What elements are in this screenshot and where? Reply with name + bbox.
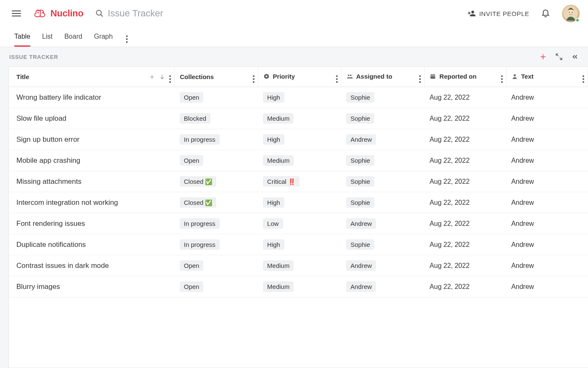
collapse-panel-button[interactable] [571, 53, 579, 61]
cell-collection: Open [175, 255, 258, 276]
views-more-button[interactable] [124, 29, 129, 45]
person-add-icon [467, 9, 476, 18]
cell-reported: Aug 22, 2022 [425, 87, 506, 108]
cell-collection: In progress [175, 129, 258, 150]
cell-assigned: Sophie [341, 87, 424, 108]
column-header-title[interactable]: Title [9, 67, 175, 87]
svg-point-4 [569, 12, 570, 13]
cell-title: Missing attachments [9, 171, 175, 192]
table-row[interactable]: Intercom integration not workingClosed✅H… [9, 192, 588, 213]
cell-collection-pill[interactable]: Open [180, 260, 204, 271]
table-row[interactable]: Slow file uploadBlockedMediumSophieAug 2… [9, 108, 588, 129]
table-row[interactable]: Mobile app crashingOpenMediumSophieAug 2… [9, 150, 588, 171]
table-row[interactable]: Duplicate notificationsIn progressHighSo… [9, 234, 588, 255]
menu-button[interactable] [12, 9, 21, 18]
dots-vertical-icon [126, 35, 128, 43]
cell-collection-pill[interactable]: In progress [180, 239, 220, 250]
column-header-collections[interactable]: Collections [175, 67, 258, 87]
cell-assigned-pill[interactable]: Sophie [346, 176, 374, 187]
cell-priority-pill[interactable]: High [263, 239, 284, 250]
collapse-fullscreen-button[interactable] [555, 53, 563, 61]
invite-people-button[interactable]: INVITE PEOPLE [467, 9, 529, 18]
view-tab-board[interactable]: Board [64, 28, 82, 47]
column-label: Text [521, 73, 534, 80]
table-row[interactable]: Sign up button errorIn progressHighAndre… [9, 129, 588, 150]
table-row[interactable]: Wrong battery life indicatorOpenHighSoph… [9, 87, 588, 108]
cell-priority-pill[interactable]: Critical‼️ [263, 176, 299, 187]
column-header-text[interactable]: Text [506, 67, 588, 87]
cell-collection-pill[interactable]: In progress [180, 218, 220, 229]
svg-point-14 [348, 74, 349, 76]
add-item-button[interactable] [539, 53, 547, 61]
plus-icon [539, 53, 547, 61]
person-icon [512, 73, 518, 79]
table-row[interactable]: Contrast issues in dark modeOpenMediumAn… [9, 255, 588, 276]
cell-assigned-pill[interactable]: Sophie [346, 239, 374, 250]
column-header-reported[interactable]: Reported on [425, 67, 506, 87]
column-more-button[interactable] [253, 71, 255, 83]
column-more-button[interactable] [419, 71, 421, 83]
cell-assigned-pill[interactable]: Andrew [346, 260, 376, 271]
collapse-icon [555, 53, 563, 61]
view-tab-graph[interactable]: Graph [94, 28, 113, 47]
search[interactable]: Issue Tracker [95, 8, 163, 19]
table-row[interactable]: Font rendering issuesIn progressLowAndre… [9, 213, 588, 234]
cell-assigned-pill[interactable]: Andrew [346, 134, 376, 145]
table-row[interactable]: Missing attachmentsClosed✅Critical‼️Soph… [9, 171, 588, 192]
cell-collection-pill[interactable]: Closed✅ [180, 197, 217, 208]
view-tab-table[interactable]: Table [14, 28, 30, 47]
cell-title: Contrast issues in dark mode [9, 255, 175, 276]
cell-priority-pill[interactable]: Medium [263, 260, 294, 271]
cell-priority-pill[interactable]: High [263, 92, 284, 103]
column-add-button[interactable] [149, 74, 155, 80]
chevrons-left-icon [571, 53, 579, 61]
table-row[interactable]: Blurry imagesOpenMediumAndrewAug 22, 202… [9, 276, 588, 297]
cell-assigned-pill[interactable]: Andrew [346, 281, 376, 292]
cell-collection-pill[interactable]: Open [180, 92, 204, 103]
cell-assigned-pill[interactable]: Sophie [346, 197, 374, 208]
cell-collection-pill[interactable]: Blocked [180, 113, 210, 124]
cell-priority-pill[interactable]: Medium [263, 281, 294, 292]
cell-title: Font rendering issues [9, 213, 175, 234]
search-placeholder: Issue Tracker [108, 8, 163, 19]
cell-collection-pill[interactable]: Open [180, 155, 204, 166]
cell-priority: Low [258, 213, 341, 234]
cell-assigned: Andrew [341, 213, 424, 234]
cell-priority-pill[interactable]: Medium [263, 155, 294, 166]
column-header-assigned[interactable]: Assigned to [341, 67, 424, 87]
column-header-priority[interactable]: Priority [258, 67, 341, 87]
column-sort-button[interactable] [159, 74, 165, 80]
cell-assigned-pill[interactable]: Sophie [346, 155, 374, 166]
cell-reported: Aug 22, 2022 [425, 171, 506, 192]
cell-assigned-pill[interactable]: Sophie [346, 92, 374, 103]
cell-collection-pill[interactable]: Open [180, 281, 204, 292]
view-tab-list[interactable]: List [42, 28, 52, 47]
user-avatar[interactable] [562, 5, 580, 22]
svg-point-13 [265, 76, 267, 77]
search-icon [95, 9, 104, 18]
calendar-icon [430, 73, 436, 79]
cell-assigned: Andrew [341, 129, 424, 150]
cell-assigned-pill[interactable]: Andrew [346, 218, 376, 229]
cell-priority-pill[interactable]: Medium [263, 113, 294, 124]
cell-collection-pill[interactable]: Closed✅ [180, 176, 217, 187]
app-logo[interactable]: Nuclino [34, 8, 84, 19]
column-more-button[interactable] [169, 71, 171, 83]
column-more-button[interactable] [501, 71, 503, 83]
cell-title: Intercom integration not working [9, 192, 175, 213]
cell-assigned-pill[interactable]: Sophie [346, 113, 374, 124]
notifications-button[interactable] [541, 8, 550, 19]
cell-collection-pill[interactable]: In progress [180, 134, 220, 145]
cell-priority-pill[interactable]: Low [263, 218, 283, 229]
cell-priority-pill[interactable]: High [263, 134, 284, 145]
svg-line-9 [560, 58, 562, 60]
column-label: Collections [180, 73, 214, 80]
cell-collection: Blocked [175, 108, 258, 129]
presence-indicator [575, 18, 580, 22]
column-more-button[interactable] [336, 71, 338, 83]
app-name: Nuclino [50, 8, 84, 19]
cell-title: Sign up button error [9, 129, 175, 150]
column-more-button[interactable] [583, 71, 584, 83]
cell-priority: High [258, 129, 341, 150]
cell-priority-pill[interactable]: High [263, 197, 284, 208]
